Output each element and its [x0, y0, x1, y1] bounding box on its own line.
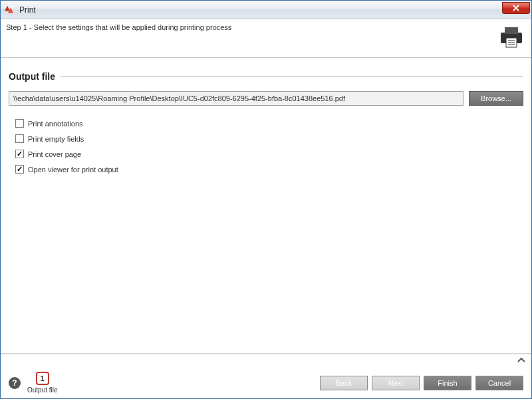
- footer: ? 1 Output file Back Next Finish Cancel: [1, 366, 531, 399]
- checkbox-print-empty-fields[interactable]: Print empty fields: [15, 134, 523, 143]
- checkbox-icon[interactable]: [15, 119, 24, 128]
- back-button: Back: [320, 376, 368, 390]
- section-divider: [61, 76, 523, 77]
- main-content: Output file Browse... Print annotations …: [1, 58, 531, 353]
- finish-button[interactable]: Finish: [424, 376, 471, 390]
- step-description: Step 1 - Select the settings that will b…: [6, 23, 231, 31]
- svg-rect-1: [505, 27, 518, 34]
- step-label: Output file: [27, 386, 58, 394]
- checkbox-print-cover-page[interactable]: Print cover page: [15, 150, 523, 158]
- section-title-row: Output file: [9, 71, 523, 82]
- checkbox-label: Print cover page: [28, 150, 81, 158]
- close-icon: [512, 4, 520, 12]
- checkbox-label: Print annotations: [28, 120, 83, 128]
- help-button[interactable]: ?: [9, 377, 21, 389]
- checkbox-icon[interactable]: [15, 150, 24, 158]
- step-number: 1: [36, 372, 49, 385]
- checkbox-icon[interactable]: [15, 165, 24, 174]
- app-icon: [5, 5, 15, 15]
- titlebar: Print: [1, 1, 531, 19]
- checkbox-print-annotations[interactable]: Print annotations: [15, 119, 523, 128]
- cancel-button[interactable]: Cancel: [475, 376, 523, 390]
- checkbox-label: Print empty fields: [28, 135, 84, 143]
- printer-icon: [497, 23, 526, 50]
- file-row: Browse...: [9, 91, 523, 106]
- checkbox-open-viewer[interactable]: Open viewer for print output: [15, 165, 523, 174]
- browse-button[interactable]: Browse...: [469, 91, 523, 106]
- output-file-input[interactable]: [9, 91, 464, 106]
- checkbox-icon[interactable]: [15, 134, 24, 143]
- next-button: Next: [372, 376, 420, 390]
- checkbox-label: Open viewer for print output: [28, 166, 118, 174]
- collapse-control[interactable]: [1, 354, 531, 366]
- step-header: Step 1 - Select the settings that will b…: [1, 19, 531, 58]
- chevron-up-icon: [517, 356, 526, 364]
- window-title: Print: [19, 5, 36, 15]
- footer-left: ? 1 Output file: [9, 372, 58, 394]
- close-button[interactable]: [502, 2, 530, 14]
- footer-buttons: Back Next Finish Cancel: [320, 376, 523, 390]
- section-title: Output file: [9, 71, 55, 82]
- step-indicator: 1 Output file: [27, 372, 58, 394]
